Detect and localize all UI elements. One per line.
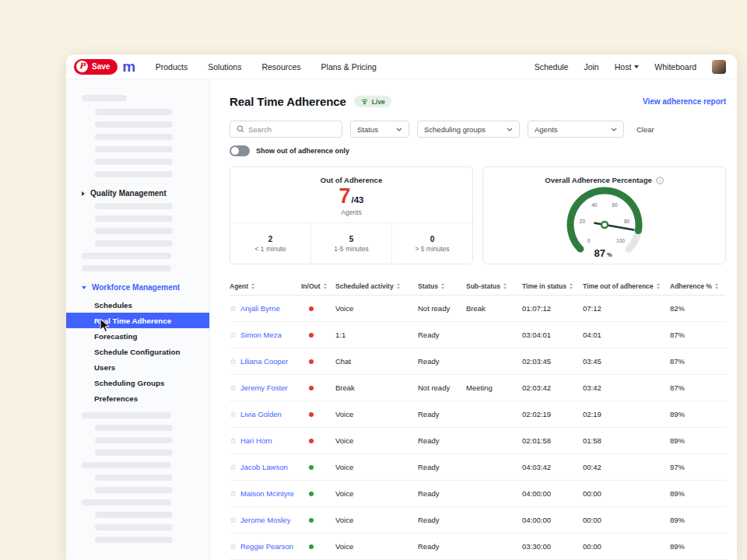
star-icon[interactable]: ☆ [230, 436, 237, 445]
sidebar-subitem[interactable]: Scheduling Groups [66, 375, 209, 390]
sidebar-subitem[interactable]: Forecasting [66, 328, 209, 344]
column-header[interactable]: In/Out [301, 282, 335, 290]
adherence-gauge: 0 20 40 60 80 100 87 % [546, 180, 663, 260]
search-input[interactable] [248, 125, 335, 134]
column-header[interactable]: Adherence % [670, 282, 726, 290]
sort-icon[interactable] [657, 283, 660, 289]
scheduled-activity-cell: Chat [335, 357, 418, 366]
sort-icon[interactable] [251, 283, 254, 289]
column-header[interactable]: Scheduled activity [335, 282, 418, 290]
miro-logo[interactable]: m [122, 59, 135, 74]
nav-item[interactable]: Products [156, 62, 188, 72]
nav-item[interactable]: Plans & Pricing [321, 62, 377, 72]
nav-item[interactable]: Join [584, 62, 598, 72]
chevron-down-icon [82, 286, 86, 289]
agent-name-link[interactable]: Liliana Cooper [240, 357, 288, 366]
agents-select[interactable]: Agents [528, 121, 624, 138]
time-in-status-cell: 02:03:45 [522, 357, 583, 366]
sidebar-section-workforce-management[interactable]: Workforce Management [66, 278, 209, 297]
skeleton-bar [95, 121, 173, 128]
scheduled-activity-cell: Voice [335, 463, 418, 471]
sub-status-cell: Meeting [466, 383, 522, 392]
time-out-of-adherence-cell: 00:42 [583, 463, 670, 471]
toggle-knob [231, 147, 239, 155]
table-row: ☆ Jerome Mosley Voice Ready 04:00:00 00:… [230, 507, 726, 534]
sidebar-subitem[interactable]: Preferences [66, 390, 209, 406]
table-row: ☆ Hari Horn Voice Ready 02:01:58 01:58 8… [230, 428, 726, 454]
column-header[interactable]: Time out of adherence [583, 282, 670, 290]
star-icon[interactable]: ☆ [230, 489, 237, 498]
skeleton-bar [95, 159, 173, 165]
chevron-down-icon [396, 128, 402, 131]
time-in-status-cell: 02:01:58 [522, 436, 583, 445]
in-out-status-dot [309, 518, 314, 523]
adherence-percent-cell: 87% [670, 383, 726, 392]
svg-text:80: 80 [623, 219, 630, 224]
nav-item[interactable]: Resources [261, 62, 300, 72]
agent-name-link[interactable]: Simon Meza [240, 331, 282, 339]
save-label: Save [92, 62, 110, 71]
scheduled-activity-cell: Voice [335, 410, 418, 418]
star-icon[interactable]: ☆ [230, 542, 237, 551]
star-icon[interactable]: ☆ [230, 304, 237, 313]
top-navbar: Save m Products Solutions Resources Plan… [66, 54, 737, 79]
star-icon[interactable]: ☆ [230, 357, 237, 366]
nav-item[interactable]: Schedule [535, 62, 569, 72]
nav-item[interactable]: Host [615, 62, 640, 72]
column-header[interactable]: Agent [230, 282, 301, 290]
sidebar-subitem[interactable]: Real Time Adherence [66, 313, 209, 328]
star-icon[interactable]: ☆ [230, 463, 237, 471]
sort-icon[interactable] [503, 283, 507, 289]
column-header[interactable]: Time in status [522, 282, 583, 290]
time-out-of-adherence-cell: 01:58 [583, 436, 670, 445]
out-of-adherence-toggle[interactable] [230, 145, 250, 156]
out-of-adherence-card: Out of Adherence 7 /43 Agents 2 < 1 minu [230, 166, 473, 264]
star-icon[interactable]: ☆ [230, 410, 237, 418]
time-out-of-adherence-cell: 04:01 [583, 331, 670, 339]
sort-icon[interactable] [715, 283, 718, 289]
sort-icon[interactable] [441, 283, 444, 289]
sidebar: Quality Management Workforce Management … [66, 79, 210, 560]
agent-name-link[interactable]: Livia Golden [240, 410, 282, 418]
adherence-percent-cell: 89% [670, 542, 726, 551]
search-box[interactable] [230, 121, 342, 138]
agent-name-link[interactable]: Jacob Lawson [240, 463, 288, 471]
search-icon [237, 125, 244, 133]
star-icon[interactable]: ☆ [230, 331, 237, 339]
agent-name-link[interactable]: Jeremy Foster [240, 383, 288, 392]
nav-item[interactable]: Solutions [208, 62, 241, 72]
status-select[interactable]: Status [350, 121, 409, 138]
column-header[interactable]: Status [418, 282, 466, 290]
sort-icon[interactable] [397, 283, 400, 289]
scheduling-groups-select[interactable]: Scheduling groups [417, 121, 520, 138]
agent-name-link[interactable]: Jerome Mosley [240, 516, 290, 524]
agent-name-link[interactable]: Reggie Pearson [240, 542, 293, 551]
star-icon[interactable]: ☆ [230, 516, 237, 524]
in-out-status-dot [309, 386, 314, 390]
sidebar-subitem[interactable]: Schedules [66, 297, 209, 313]
time-out-of-adherence-cell: 03:45 [583, 357, 670, 366]
scheduled-activity-cell: Break [335, 383, 418, 392]
sub-status-cell: Break [466, 304, 522, 313]
agent-name-link[interactable]: Maison Mcintyre [240, 489, 294, 498]
in-out-status-dot [309, 465, 314, 470]
agent-name-link[interactable]: Hari Horn [240, 436, 272, 445]
column-header[interactable]: Sub-status [466, 282, 522, 290]
chevron-down-icon [611, 128, 617, 131]
adherence-percent-cell: 89% [670, 489, 726, 498]
view-adherence-report-link[interactable]: View adherence report [643, 97, 726, 106]
sidebar-subitem[interactable]: Users [66, 359, 209, 375]
status-cell: Ready [418, 331, 466, 339]
pinterest-save-button[interactable]: Save [74, 59, 117, 75]
agent-name-link[interactable]: Anjali Byrne [240, 304, 280, 313]
star-icon[interactable]: ☆ [230, 383, 237, 392]
sidebar-subitem[interactable]: Schedule Configuration [66, 344, 209, 359]
sort-icon[interactable] [570, 283, 573, 289]
status-cell: Ready [418, 542, 466, 551]
clear-filters-button[interactable]: Clear [637, 125, 654, 134]
avatar[interactable] [712, 60, 726, 74]
nav-item[interactable]: Whiteboard [654, 62, 696, 72]
sort-icon[interactable] [324, 283, 327, 289]
sidebar-section-quality-management[interactable]: Quality Management [66, 184, 209, 203]
skeleton-bar [82, 412, 171, 418]
